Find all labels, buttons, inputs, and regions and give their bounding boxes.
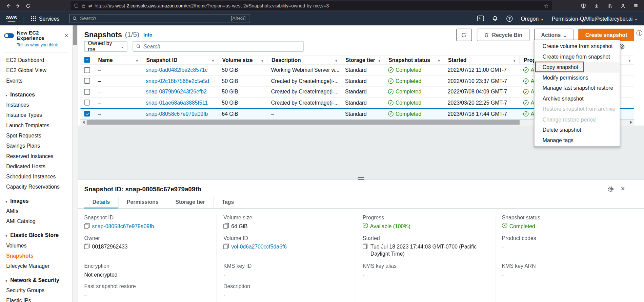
refresh-button[interactable] [456, 29, 472, 41]
browser-back-button[interactable] [3, 1, 13, 10]
new-experience-toggle[interactable] [4, 33, 14, 38]
sidebar-item-spot-requests[interactable]: Spot Requests [0, 130, 72, 141]
sidebar-item-capacity-reservations[interactable]: Capacity Reservations [0, 182, 72, 192]
banner-close-icon[interactable] [65, 32, 68, 40]
tab-storage-tier[interactable]: Storage tier [167, 197, 213, 208]
filter-caret-icon[interactable] [133, 57, 139, 63]
info-panel-icon[interactable] [636, 29, 642, 37]
row-checkbox[interactable] [84, 78, 90, 84]
https-upgrade-icon[interactable] [88, 3, 92, 8]
sidebar-item-ec2-global-view[interactable]: EC2 Global View [0, 65, 72, 76]
menu-item-create-image-from-snapshot[interactable]: Create image from snapshot [535, 51, 620, 62]
menu-item-modify-permissions[interactable]: Modify permissions [535, 72, 620, 83]
bookmark-star-icon[interactable] [544, 2, 549, 9]
scrollbar-thumb[interactable] [87, 120, 520, 125]
sidebar-item-ami-catalog[interactable]: AMI Catalog [0, 216, 72, 226]
panel-close-icon[interactable] [621, 185, 625, 193]
downloads-icon[interactable] [591, 1, 601, 10]
copy-icon[interactable] [84, 243, 89, 249]
lock-icon[interactable] [81, 3, 86, 8]
privacy-shield-icon[interactable] [578, 1, 588, 10]
row-checkbox[interactable] [84, 89, 90, 95]
region-selector[interactable]: Oregon [521, 15, 544, 21]
sidebar-item-instances[interactable]: Instances [0, 100, 72, 110]
sidebar-section-ebs[interactable]: Elastic Block Store [0, 230, 72, 240]
filter-caret-icon[interactable] [209, 57, 215, 63]
copy-icon[interactable] [223, 223, 229, 229]
sidebar-item-reserved-instances[interactable]: Reserved Instances [0, 151, 72, 161]
row-checkbox-checked[interactable] [84, 111, 90, 116]
create-snapshot-button[interactable]: Create snapshot [578, 29, 634, 41]
library-icon[interactable] [605, 1, 615, 10]
menu-item-copy-snapshot[interactable]: Copy snapshot [535, 62, 620, 72]
menu-item-manage-tags[interactable]: Manage tags [535, 135, 620, 146]
column-header-name[interactable]: Name [94, 56, 142, 65]
filter-caret-icon[interactable] [376, 57, 381, 63]
aws-logo[interactable]: aws [6, 15, 17, 22]
tab-tags[interactable]: Tags [213, 197, 242, 208]
sidebar-item-instance-types[interactable]: Instance Types [0, 110, 72, 120]
browser-refresh-button[interactable] [23, 1, 33, 10]
services-menu[interactable]: Services [28, 15, 62, 21]
recycle-bin-button[interactable]: Recycle Bin [477, 29, 529, 41]
row-checkbox[interactable] [84, 100, 90, 106]
sidebar-item-ec2-dashboard[interactable]: EC2 Dashboard [0, 55, 72, 65]
snapshot-id-link[interactable]: snap-02c18b7568e2c5e5d [146, 78, 209, 84]
column-header-description[interactable]: Description [267, 56, 341, 65]
snapshot-id-link[interactable]: snap-01ae68a6a3885f511 [146, 100, 208, 106]
copy-icon[interactable] [363, 243, 368, 249]
select-all-checkbox[interactable] [84, 57, 90, 63]
tab-details[interactable]: Details [84, 197, 118, 208]
column-header-storage-tier[interactable]: Storage tier [341, 56, 384, 65]
column-header-snapshot-id[interactable]: Snapshot ID [142, 56, 218, 65]
sidebar-section-instances[interactable]: Instances [0, 89, 72, 100]
actions-button[interactable]: Actions [534, 29, 573, 41]
sidebar-item-lifecycle-manager[interactable]: Lifecycle Manager [0, 261, 72, 271]
sidebar-item-elastic-ips[interactable]: Elastic IPs [0, 295, 72, 302]
table-search[interactable] [133, 41, 303, 52]
sidebar-item-dedicated-hosts[interactable]: Dedicated Hosts [0, 161, 72, 171]
scrollbar-thumb[interactable] [73, 25, 77, 45]
tracking-shield-icon[interactable] [74, 3, 79, 8]
menu-item-archive-snapshot[interactable]: Archive snapshot [535, 93, 620, 104]
filter-caret-icon[interactable] [626, 57, 631, 63]
filter-caret-icon[interactable] [332, 57, 338, 63]
account-icon[interactable] [618, 1, 628, 10]
menu-item-delete-snapshot[interactable]: Delete snapshot [535, 125, 620, 135]
row-checkbox[interactable] [84, 67, 90, 73]
scroll-right-arrow[interactable] [628, 119, 634, 125]
global-search[interactable]: [Alt+S] [69, 14, 250, 23]
cloudshell-icon[interactable]: >_ [478, 16, 484, 21]
tab-permissions[interactable]: Permissions [118, 197, 167, 208]
sidebar-item-snapshots[interactable]: Snapshots [0, 251, 72, 261]
browser-forward-button[interactable] [13, 1, 23, 10]
snapshot-id-link[interactable]: snap-0879b96243f26efb2 [146, 89, 207, 95]
volume-id-link[interactable]: vol-0d6a2700ccf5da6f6 [231, 243, 287, 250]
column-header-snapshot-status[interactable]: Snapshot status [384, 56, 444, 65]
sidebar-item-amis[interactable]: AMIs [0, 206, 72, 216]
notifications-bell-icon[interactable] [492, 15, 498, 21]
owner-filter-select[interactable]: Owned by me [84, 41, 127, 52]
filter-caret-icon[interactable] [435, 57, 440, 63]
snapshot-id-link[interactable]: snap-08058c67e979a09fb [146, 111, 208, 117]
filter-caret-icon[interactable] [510, 57, 516, 63]
table-search-input[interactable] [143, 43, 300, 49]
info-link[interactable]: Info [143, 32, 153, 38]
scroll-left-arrow[interactable] [81, 119, 87, 125]
sidebar-item-launch-templates[interactable]: Launch Templates [0, 120, 72, 130]
browser-menu-icon[interactable] [631, 1, 641, 10]
account-menu[interactable]: Permission-QA/llu@stellarcyber.ai [552, 15, 638, 21]
panel-resize-handle[interactable] [358, 177, 364, 180]
banner-feedback-link[interactable]: Tell us what you think [17, 42, 68, 47]
copy-icon[interactable] [223, 243, 229, 249]
column-header-volume-size[interactable]: Volume size [218, 56, 267, 65]
menu-item-manage-fast-snapshot-restore[interactable]: Manage fast snapshot restore [535, 83, 620, 93]
filter-caret-icon[interactable] [258, 57, 264, 63]
snapshot-id-value-link[interactable]: snap-08058c67e979a09fb [92, 222, 154, 230]
sidebar-section-network-security[interactable]: Network & Security [0, 275, 72, 285]
copy-icon[interactable] [84, 223, 89, 229]
url-bar[interactable]: https://us-west-2.console.aws.amazon.com… [71, 1, 552, 10]
sidebar-item-savings-plans[interactable]: Savings Plans [0, 141, 72, 151]
help-icon[interactable] [506, 15, 512, 21]
menu-item-create-volume-from-snapshot[interactable]: Create volume from snapshot [535, 41, 620, 51]
